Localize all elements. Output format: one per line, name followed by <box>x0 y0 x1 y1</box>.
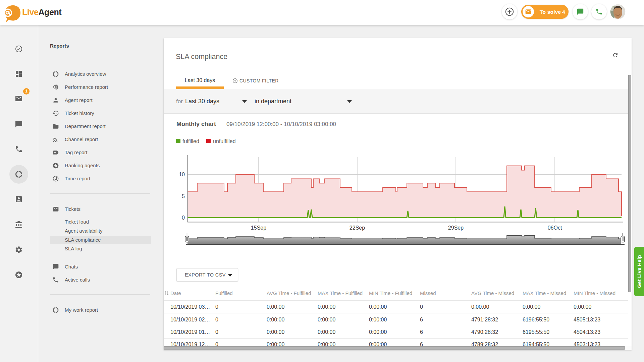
svg-text:22Sep: 22Sep <box>350 225 365 231</box>
svg-text:29Sep: 29Sep <box>448 225 464 231</box>
svg-text:15Sep: 15Sep <box>251 225 266 231</box>
svg-text:06Oct: 06Oct <box>548 225 562 231</box>
svg-text:0: 0 <box>182 215 185 221</box>
svg-text:5: 5 <box>182 193 185 199</box>
svg-text:10: 10 <box>179 172 185 177</box>
